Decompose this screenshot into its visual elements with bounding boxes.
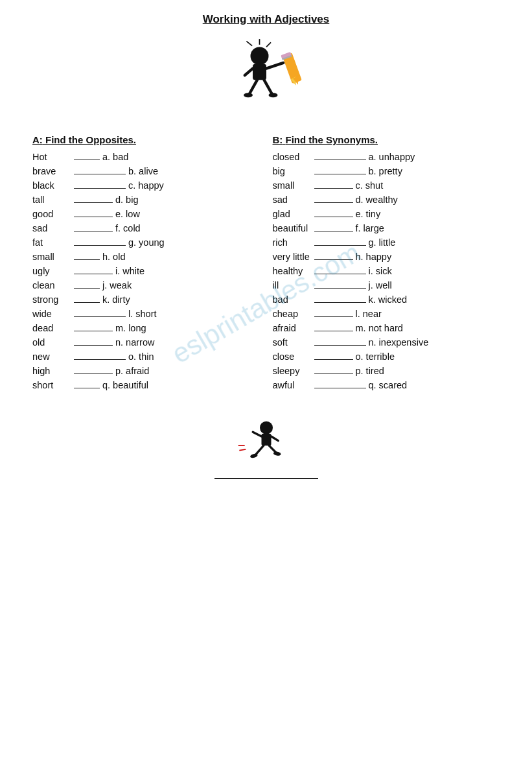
- answer-blank[interactable]: [74, 231, 113, 231]
- table-row: closeda. unhappy: [273, 152, 500, 162]
- svg-point-9: [244, 93, 253, 97]
- svg-point-16: [260, 421, 273, 434]
- exercise-word: fat: [32, 237, 71, 248]
- mascot-top-illustration: [26, 32, 506, 123]
- exercise-answer: h. old: [102, 252, 125, 262]
- section-b-label: B:: [273, 134, 283, 145]
- answer-blank[interactable]: [74, 160, 100, 160]
- two-column-layout: A: Find the Opposites. Hota. badbraveb. …: [26, 134, 506, 394]
- exercise-answer: e. low: [115, 209, 140, 219]
- answer-blank[interactable]: [314, 259, 353, 260]
- exercise-word: Hot: [32, 152, 71, 162]
- exercise-word: close: [273, 351, 312, 362]
- exercise-answer: g. young: [128, 237, 165, 248]
- exercise-word: afraid: [273, 323, 312, 333]
- table-row: goode. low: [32, 209, 260, 219]
- section-a-rows: Hota. badbraveb. aliveblackc. happytalld…: [32, 152, 260, 390]
- exercise-word: small: [273, 180, 312, 191]
- table-row: fatg. young: [32, 237, 260, 248]
- exercise-word: big: [273, 166, 312, 176]
- exercise-answer: d. big: [115, 195, 138, 205]
- answer-blank[interactable]: [314, 316, 353, 317]
- table-row: sleepyp. tired: [273, 366, 500, 376]
- answer-blank[interactable]: [314, 274, 366, 274]
- answer-blank[interactable]: [314, 188, 353, 189]
- exercise-word: high: [32, 366, 71, 376]
- exercise-answer: b. pretty: [369, 166, 402, 176]
- exercise-answer: q. beautiful: [102, 380, 148, 390]
- answer-blank[interactable]: [74, 388, 100, 388]
- exercise-word: small: [32, 252, 71, 262]
- svg-line-1: [246, 41, 252, 46]
- table-row: smallh. old: [32, 252, 260, 262]
- exercise-word: awful: [273, 380, 312, 390]
- answer-blank[interactable]: [314, 345, 366, 346]
- answer-blank[interactable]: [314, 174, 366, 174]
- table-row: badk. wicked: [273, 294, 500, 305]
- table-row: oldn. narrow: [32, 337, 260, 348]
- exercise-word: ill: [273, 280, 312, 290]
- section-b-title: B: Find the Synonyms.: [273, 134, 500, 145]
- table-row: strongk. dirty: [32, 294, 260, 305]
- svg-line-5: [266, 63, 283, 69]
- section-a: A: Find the Opposites. Hota. badbraveb. …: [26, 134, 266, 394]
- answer-blank[interactable]: [74, 373, 113, 374]
- exercise-answer: p. tired: [356, 366, 384, 376]
- answer-blank[interactable]: [74, 245, 126, 246]
- exercise-answer: q. scared: [369, 380, 408, 390]
- answer-blank[interactable]: [74, 274, 113, 274]
- table-row: very littleh. happy: [273, 252, 500, 262]
- exercise-answer: p. afraid: [115, 366, 149, 376]
- table-row: deadm. long: [32, 323, 260, 333]
- answer-blank[interactable]: [74, 316, 126, 317]
- svg-line-19: [271, 436, 278, 441]
- svg-line-20: [255, 445, 264, 455]
- section-a-title: A: Find the Opposites.: [32, 134, 260, 145]
- table-row: glade. tiny: [273, 209, 500, 219]
- exercise-word: very little: [273, 252, 312, 262]
- table-row: shortq. beautiful: [32, 380, 260, 390]
- answer-blank[interactable]: [74, 259, 100, 260]
- bottom-line: [214, 478, 318, 479]
- answer-blank[interactable]: [314, 359, 353, 360]
- table-row: talld. big: [32, 195, 260, 205]
- answer-blank[interactable]: [74, 188, 126, 189]
- exercise-answer: h. happy: [356, 252, 392, 262]
- exercise-word: wide: [32, 309, 71, 319]
- section-b: B: Find the Synonyms. closeda. unhappybi…: [266, 134, 507, 394]
- answer-blank[interactable]: [314, 231, 353, 231]
- table-row: blackc. happy: [32, 180, 260, 191]
- answer-blank[interactable]: [314, 331, 353, 331]
- answer-blank[interactable]: [314, 302, 366, 303]
- answer-blank[interactable]: [314, 373, 353, 374]
- exercise-word: sad: [32, 223, 71, 233]
- answer-blank[interactable]: [74, 331, 113, 331]
- exercise-answer: f. cold: [115, 223, 141, 233]
- exercise-word: dead: [32, 323, 71, 333]
- svg-line-6: [244, 69, 252, 76]
- exercise-answer: o. thin: [128, 351, 154, 362]
- exercise-answer: a. bad: [102, 152, 128, 162]
- answer-blank[interactable]: [314, 245, 366, 246]
- exercise-answer: m. long: [115, 323, 146, 333]
- answer-blank[interactable]: [314, 388, 366, 388]
- answer-blank[interactable]: [314, 202, 353, 203]
- exercise-answer: l. short: [128, 309, 157, 319]
- exercise-word: soft: [273, 337, 312, 348]
- svg-point-10: [268, 93, 277, 97]
- answer-blank[interactable]: [74, 288, 100, 289]
- answer-blank[interactable]: [74, 359, 126, 360]
- answer-blank[interactable]: [74, 345, 113, 346]
- svg-rect-17: [261, 434, 271, 445]
- answer-blank[interactable]: [74, 302, 100, 303]
- answer-blank[interactable]: [314, 160, 366, 160]
- exercise-word: strong: [32, 294, 71, 305]
- table-row: richg. little: [273, 237, 500, 248]
- answer-blank[interactable]: [74, 202, 113, 203]
- answer-blank[interactable]: [74, 174, 126, 174]
- answer-blank[interactable]: [314, 217, 353, 217]
- exercise-answer: m. not hard: [356, 323, 403, 333]
- exercise-word: glad: [273, 209, 312, 219]
- answer-blank[interactable]: [314, 288, 366, 289]
- answer-blank[interactable]: [74, 217, 113, 217]
